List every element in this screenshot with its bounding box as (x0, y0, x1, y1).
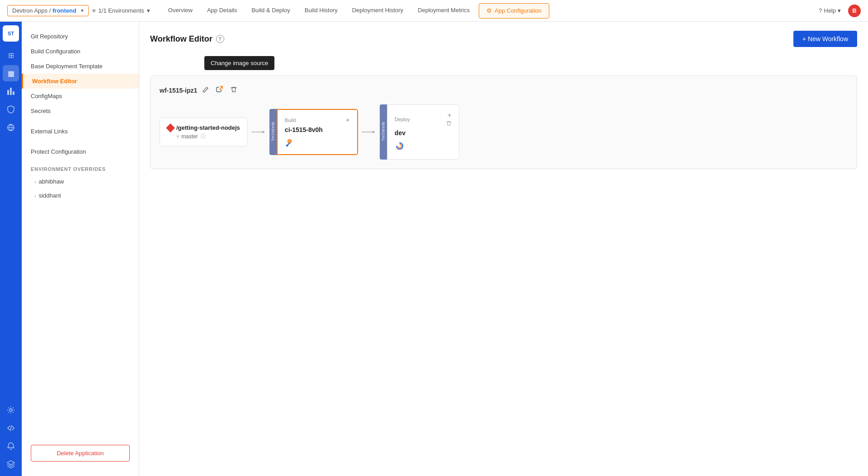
app-logo: ST (3, 25, 19, 42)
workflow-area: wf-1515-ipz1 /getting-started-nodejs (150, 75, 857, 169)
workflow-id: wf-1515-ipz1 (160, 87, 197, 94)
svg-point-11 (398, 144, 401, 148)
help-circle-icon: ? (819, 7, 822, 14)
deploy-name: dev (395, 129, 452, 137)
tab-app-details[interactable]: App Details (200, 0, 244, 22)
sidebar-icon-code[interactable] (3, 420, 19, 436)
sidebar-icon-dashboard[interactable]: ⊞ (3, 47, 19, 63)
page-title: Workflow Editor ? (150, 34, 224, 44)
left-nav-build-configuration[interactable]: Build Configuration (22, 44, 139, 59)
build-node-wrapper: MANUAL Build + ci-1515-8v0h (269, 109, 358, 155)
help-label: Help (824, 7, 836, 14)
deploy-node-wrapper: MANUAL Deploy + dev (380, 104, 459, 160)
filter-icon: ≡ (92, 7, 96, 14)
workflow-edit-button[interactable] (201, 85, 211, 95)
breadcrumb[interactable]: Devtron Apps / frontend ▾ (7, 5, 89, 16)
sidebar-icon-apps[interactable]: ▦ (3, 65, 19, 81)
icon-sidebar: ST ⊞ ▦ (0, 22, 22, 476)
svg-rect-1 (10, 88, 12, 95)
left-nav-env-abhibhaw[interactable]: › abhibhaw (22, 174, 139, 189)
branch-label: master (181, 133, 198, 140)
chevron-right-icon: › (34, 193, 36, 198)
arrow-build-to-deploy (358, 129, 380, 135)
breadcrumb-prefix: Devtron Apps / (12, 7, 51, 14)
tab-overview[interactable]: Overview (161, 0, 200, 22)
new-workflow-button[interactable]: + New Workflow (793, 31, 857, 47)
deploy-node[interactable]: Deploy + dev (387, 104, 459, 160)
build-node-header: Build + (285, 116, 350, 124)
left-nav-configmaps[interactable]: ConfigMaps (22, 89, 139, 104)
sidebar-icon-charts[interactable] (3, 83, 19, 99)
build-node[interactable]: Build + ci-1515-8v0h (277, 109, 358, 155)
build-add-button[interactable]: + (346, 116, 350, 124)
tools-icon (285, 138, 295, 148)
tab-deployment-history[interactable]: Deployment History (345, 0, 410, 22)
left-nav: Git Repository Build Configuration Base … (22, 22, 139, 476)
env-chevron-icon: ▾ (147, 7, 150, 14)
left-nav-env-siddhant[interactable]: › siddhant (22, 189, 139, 203)
deploy-manual-label: MANUAL (380, 104, 387, 160)
env-label: 1/1 Environments (99, 7, 144, 14)
change-image-source-tooltip: Change image source (204, 56, 274, 70)
left-nav-base-deployment-template[interactable]: Base Deployment Template (22, 59, 139, 74)
help-chevron-icon: ▾ (838, 7, 841, 14)
svg-point-4 (9, 409, 12, 411)
deploy-label: Deploy (395, 117, 410, 122)
source-diamond-icon (166, 123, 175, 132)
left-nav-protect-configuration[interactable]: Protect Configuration (22, 144, 139, 159)
source-node[interactable]: /getting-started-nodejs ⑂ master ⓘ (160, 118, 248, 146)
branch-icon: ⑂ (176, 133, 179, 140)
tab-build-deploy[interactable]: Build & Deploy (244, 0, 297, 22)
deploy-add-button[interactable]: + (448, 111, 452, 119)
env-selector[interactable]: ≡ 1/1 Environments ▾ (92, 7, 150, 14)
delete-application-button[interactable]: Delete Application (31, 445, 130, 462)
main-layout: ST ⊞ ▦ Git Repository Build Con (0, 22, 868, 476)
left-nav-external-links[interactable]: External Links (22, 124, 139, 139)
workflow-header: wf-1515-ipz1 (160, 85, 848, 95)
top-bar: Devtron Apps / frontend ▾ ≡ 1/1 Environm… (0, 0, 868, 22)
gear-icon: ⚙ (486, 7, 492, 14)
source-header: /getting-started-nodejs (167, 124, 240, 131)
content-header: Workflow Editor ? + New Workflow (150, 31, 857, 47)
svg-marker-9 (373, 131, 375, 133)
deploy-spinner-icon (395, 141, 405, 151)
source-help-icon: ⓘ (201, 133, 206, 140)
workflow-delete-button[interactable] (229, 85, 239, 95)
sidebar-icon-layers[interactable] (3, 456, 19, 472)
sidebar-icon-settings[interactable] (3, 402, 19, 418)
source-branch: ⑂ master ⓘ (167, 133, 240, 140)
deploy-controls: + (446, 111, 452, 127)
pipeline-row: /getting-started-nodejs ⑂ master ⓘ MANUA… (160, 104, 848, 160)
env-overrides-label: ENVIRONMENT OVERRIDES (22, 159, 139, 174)
main-content: Workflow Editor ? + New Workflow Change … (139, 22, 868, 476)
svg-rect-2 (13, 91, 14, 95)
workflow-link-button[interactable] (214, 85, 225, 95)
arrow-source-to-build (248, 129, 269, 135)
left-nav-git-repository[interactable]: Git Repository (22, 29, 139, 44)
build-name: ci-1515-8v0h (285, 126, 350, 133)
left-nav-workflow-editor[interactable]: Workflow Editor (22, 74, 139, 89)
sidebar-icon-global[interactable] (3, 119, 19, 136)
svg-marker-6 (262, 131, 265, 133)
avatar[interactable]: B (848, 5, 861, 17)
breadcrumb-app-name: frontend (52, 7, 76, 14)
deploy-node-header: Deploy + (395, 111, 452, 127)
deploy-delete-button[interactable] (446, 120, 452, 127)
sidebar-icon-notifications[interactable] (3, 438, 19, 454)
build-manual-label: MANUAL (269, 109, 277, 155)
workflow-help-icon[interactable]: ? (216, 35, 224, 43)
svg-point-7 (286, 145, 288, 147)
top-nav-tabs: Overview App Details Build & Deploy Buil… (161, 0, 819, 22)
build-label: Build (285, 118, 296, 123)
tab-build-history[interactable]: Build History (297, 0, 345, 22)
source-name: /getting-started-nodejs (176, 124, 240, 131)
tab-app-configuration[interactable]: ⚙ App Configuration (479, 3, 549, 19)
tab-deployment-metrics[interactable]: Deployment Metrics (410, 0, 477, 22)
sidebar-icon-security[interactable] (3, 101, 19, 118)
delete-application-area: Delete Application (22, 438, 139, 469)
help-button[interactable]: ? Help ▾ (819, 7, 841, 14)
left-nav-secrets[interactable]: Secrets (22, 104, 139, 118)
breadcrumb-chevron-icon: ▾ (81, 8, 84, 14)
svg-rect-0 (7, 90, 9, 95)
chevron-right-icon: › (34, 179, 36, 184)
